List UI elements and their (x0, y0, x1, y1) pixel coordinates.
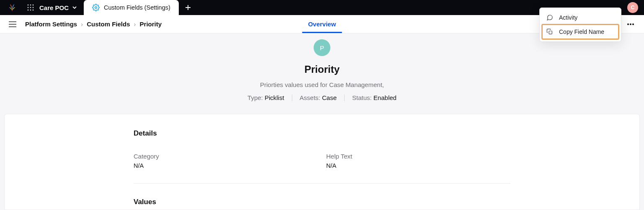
breadcrumb: Platform Settings › Custom Fields › Prio… (25, 20, 162, 28)
svg-rect-13 (549, 31, 552, 34)
details-card: Details Category N/A Help Text N/A Value… (4, 114, 640, 210)
help-text-value: N/A (326, 162, 510, 169)
tab-custom-fields-settings[interactable]: Custom Fields (Settings) (84, 0, 179, 15)
svg-point-8 (33, 10, 34, 11)
gear-icon (92, 4, 100, 11)
svg-point-10 (627, 23, 629, 25)
svg-point-6 (28, 10, 29, 11)
breadcrumb-platform-settings[interactable]: Platform Settings (25, 20, 77, 28)
assets-value: Case (322, 94, 337, 101)
hero: P Priority Priorties values used for Cas… (0, 33, 644, 114)
field-initial-badge: P (314, 39, 330, 56)
menu-item-label: Copy Field Name (559, 28, 604, 35)
svg-point-0 (28, 5, 29, 6)
divider (344, 95, 345, 101)
app-launcher-icon[interactable] (24, 0, 37, 15)
field-meta: Type: Picklist Assets: Case Status: Enab… (247, 94, 397, 101)
svg-point-5 (33, 7, 34, 8)
workspace-label: Care POC (39, 4, 69, 11)
tab-overview[interactable]: Overview (302, 20, 342, 33)
avatar-initial: C (631, 5, 635, 10)
svg-point-7 (30, 10, 31, 11)
values-heading: Values (134, 198, 510, 206)
type-label: Type: (247, 94, 263, 101)
category-label: Category (134, 153, 318, 160)
help-text-label: Help Text (326, 153, 510, 160)
svg-point-3 (28, 7, 29, 8)
svg-point-4 (30, 7, 31, 8)
more-actions-menu: Activity Copy Field Name (539, 8, 621, 42)
chat-icon (546, 14, 555, 21)
page-title: Priority (304, 64, 340, 75)
status-label: Status: (352, 94, 372, 101)
svg-point-12 (632, 23, 634, 25)
details-heading: Details (134, 129, 510, 138)
badge-letter: P (320, 44, 324, 51)
assets-label: Assets: (300, 94, 320, 101)
copy-icon (546, 28, 555, 35)
svg-point-11 (630, 23, 631, 25)
page-description: Priorties values used for Case Managemen… (260, 81, 384, 88)
svg-point-2 (33, 5, 34, 6)
breadcrumb-custom-fields[interactable]: Custom Fields (87, 20, 130, 28)
chevron-right-icon: › (81, 20, 83, 28)
menu-item-activity[interactable]: Activity (542, 10, 618, 25)
chevron-down-icon (72, 5, 77, 10)
chevron-right-icon: › (134, 20, 136, 28)
workspace-switcher[interactable]: Care POC (37, 0, 83, 15)
menu-item-copy-field-name[interactable]: Copy Field Name (542, 25, 618, 39)
divider (292, 95, 292, 101)
tab-label: Custom Fields (Settings) (104, 4, 170, 11)
new-tab-button[interactable] (179, 0, 197, 15)
status-value: Enabled (374, 94, 397, 101)
more-actions-button[interactable] (625, 18, 636, 30)
menu-item-label: Activity (559, 14, 577, 21)
avatar[interactable]: C (627, 2, 638, 13)
type-value: Picklist (265, 94, 284, 101)
hamburger-icon[interactable] (8, 21, 18, 28)
svg-point-9 (95, 7, 97, 9)
category-value: N/A (134, 162, 318, 169)
svg-point-1 (30, 5, 31, 6)
breadcrumb-current: Priority (140, 20, 162, 28)
app-logo[interactable] (0, 0, 24, 15)
